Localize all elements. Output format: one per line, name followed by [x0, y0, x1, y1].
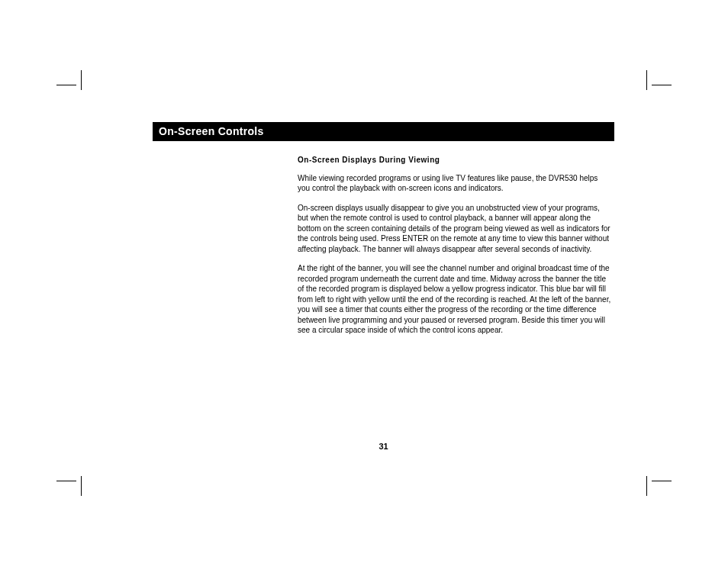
section-title-text: On-Screen Controls	[159, 125, 264, 137]
page-number: 31	[153, 442, 614, 451]
crop-mark-top-right	[641, 70, 672, 101]
body-text-block: On-Screen Displays During Viewing While …	[298, 155, 612, 336]
section-title-bar: On-Screen Controls	[153, 122, 614, 141]
crop-mark-bottom-left	[56, 465, 87, 496]
paragraph: On-screen displays usually disappear to …	[298, 203, 612, 255]
subheading: On-Screen Displays During Viewing	[298, 155, 612, 166]
page-content: On-Screen Controls On-Screen Displays Du…	[153, 122, 614, 345]
paragraph: While viewing recorded programs or using…	[298, 173, 612, 194]
crop-mark-top-left	[56, 70, 87, 101]
paragraph: At the right of the banner, you will see…	[298, 263, 612, 336]
crop-mark-bottom-right	[641, 465, 672, 496]
